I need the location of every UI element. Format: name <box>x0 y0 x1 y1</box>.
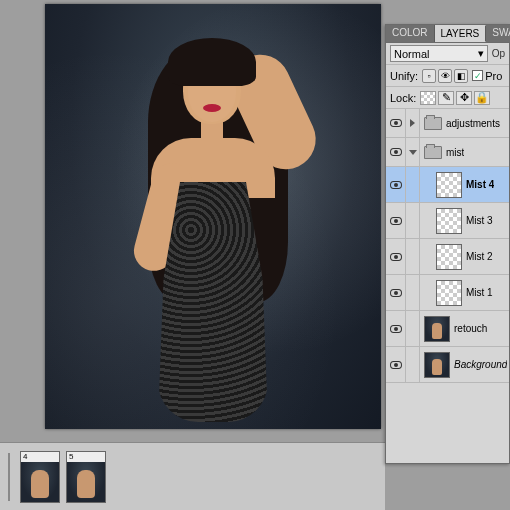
eye-icon[interactable] <box>390 253 402 261</box>
layer-thumbnail[interactable] <box>424 352 450 378</box>
lock-pixels-icon[interactable]: ✎ <box>438 91 454 105</box>
layer-mist-1[interactable]: Mist 1 <box>386 275 509 311</box>
layer-mist-3[interactable]: Mist 3 <box>386 203 509 239</box>
disclosure-down-icon[interactable] <box>409 150 417 155</box>
blend-mode-select[interactable]: Normal ▾ <box>390 45 488 62</box>
blend-mode-value: Normal <box>394 48 429 60</box>
frame-number: 4 <box>21 452 59 462</box>
unify-visibility-icon[interactable]: 👁 <box>438 69 452 83</box>
unify-style-icon[interactable]: ◧ <box>454 69 468 83</box>
eye-icon[interactable] <box>390 325 402 333</box>
eye-icon[interactable] <box>390 361 402 369</box>
layer-label: Mist 1 <box>466 287 493 298</box>
frame-number: 5 <box>67 452 105 462</box>
propagate-label: Pro <box>485 70 502 82</box>
panel-tabs: COLOR LAYERS SWATCH <box>386 25 509 43</box>
lock-label: Lock: <box>390 92 416 104</box>
layer-background[interactable]: Background <box>386 347 509 383</box>
unify-label: Unify: <box>390 70 418 82</box>
layer-mist-2[interactable]: Mist 2 <box>386 239 509 275</box>
layer-mist-4[interactable]: Mist 4 <box>386 167 509 203</box>
propagate-checkbox[interactable]: ✓ Pro <box>472 70 502 82</box>
eye-icon[interactable] <box>390 289 402 297</box>
layer-group-mist[interactable]: mist <box>386 138 509 167</box>
eye-icon[interactable] <box>390 217 402 225</box>
layer-thumbnail[interactable] <box>436 244 462 270</box>
canvas-area <box>0 0 385 430</box>
frame-thumb-5[interactable]: 5 <box>66 451 106 503</box>
layer-label: adjustments <box>446 118 500 129</box>
layer-label: Background <box>454 359 507 370</box>
chevron-down-icon: ▾ <box>478 47 484 60</box>
layer-retouch[interactable]: retouch <box>386 311 509 347</box>
disclosure-right-icon[interactable] <box>410 119 415 127</box>
subject-figure <box>103 42 323 422</box>
layers-panel: COLOR LAYERS SWATCH Normal ▾ Op Unify: ▫… <box>385 24 510 464</box>
layer-label: Mist 2 <box>466 251 493 262</box>
animation-frames-bar: 4 5 <box>0 442 385 510</box>
checkbox-icon: ✓ <box>472 70 483 81</box>
layer-label: retouch <box>454 323 487 334</box>
layer-label: Mist 4 <box>466 179 494 190</box>
opacity-label: Op <box>492 48 505 59</box>
tab-layers[interactable]: LAYERS <box>435 25 487 42</box>
layer-thumbnail[interactable] <box>436 208 462 234</box>
frame-thumb-4[interactable]: 4 <box>20 451 60 503</box>
layer-thumbnail[interactable] <box>424 316 450 342</box>
document-canvas[interactable] <box>45 4 381 429</box>
eye-icon[interactable] <box>390 119 402 127</box>
tab-color[interactable]: COLOR <box>386 25 435 42</box>
unify-row: Unify: ▫ 👁 ◧ ✓ Pro <box>386 65 509 87</box>
divider <box>8 453 10 501</box>
blend-opacity-row: Normal ▾ Op <box>386 43 509 65</box>
folder-icon <box>424 117 442 130</box>
layers-list: adjustments mist Mist 4 Mist 3 <box>386 109 509 439</box>
layer-label: Mist 3 <box>466 215 493 226</box>
layer-label: mist <box>446 147 464 158</box>
eye-icon[interactable] <box>390 181 402 189</box>
lock-all-icon[interactable]: 🔒 <box>474 91 490 105</box>
lock-transparency-icon[interactable] <box>420 91 436 105</box>
layer-group-adjustments[interactable]: adjustments <box>386 109 509 138</box>
tab-swatches[interactable]: SWATCH <box>486 25 510 42</box>
layer-thumbnail[interactable] <box>436 172 462 198</box>
lock-row: Lock: ✎ ✥ 🔒 <box>386 87 509 109</box>
eye-icon[interactable] <box>390 148 402 156</box>
folder-icon <box>424 146 442 159</box>
layer-thumbnail[interactable] <box>436 280 462 306</box>
lock-position-icon[interactable]: ✥ <box>456 91 472 105</box>
unify-position-icon[interactable]: ▫ <box>422 69 436 83</box>
